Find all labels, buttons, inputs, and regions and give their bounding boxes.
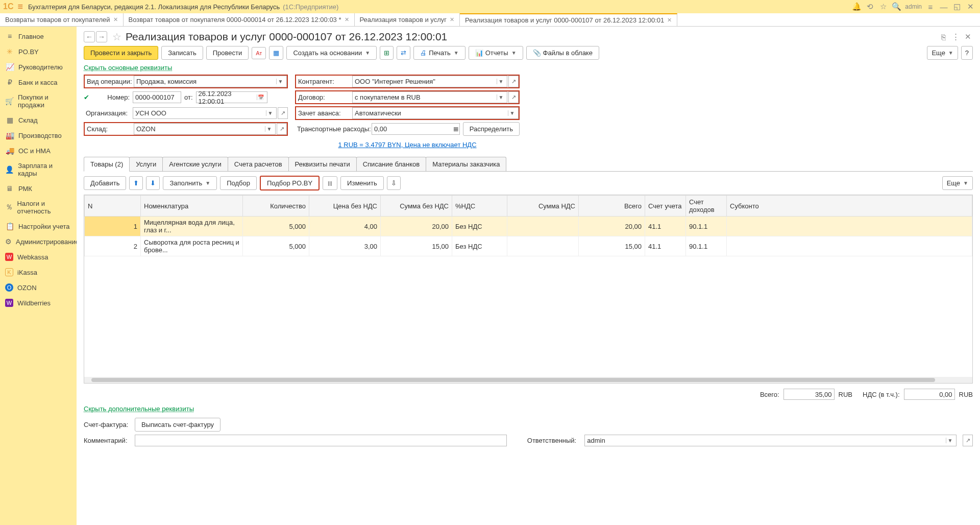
advance-field[interactable]: Автоматически▼ [352,107,519,119]
tab-return-doc[interactable]: Возврат товаров от покупателя 0000-00001… [124,13,355,26]
currency-rate-link[interactable]: 1 RUB = 3.4797 BYN, Цена не включает НДС [295,138,520,152]
sidebar-item-webkassa[interactable]: WWebkassa [0,249,77,265]
export-button[interactable]: ⇩ [387,176,401,190]
upload-button[interactable]: ⇄ [397,46,410,60]
sidebar-item-assets[interactable]: 🚚ОС и НМА [0,143,77,158]
col-qty[interactable]: Количество [243,196,309,217]
open-button[interactable]: ↗ [508,91,519,103]
chevron-down-icon[interactable]: ▼ [946,438,954,443]
open-button[interactable]: ↗ [508,76,519,87]
open-button[interactable]: ↗ [278,107,288,119]
minimize-icon[interactable]: — [938,1,950,12]
cloud-files-button[interactable]: 📎 Файлы в облаке [526,46,599,60]
tab-services[interactable]: Услуги [129,157,163,171]
counterparty-field[interactable]: ООО "Интернет Решения"▼ [352,76,507,87]
sidebar-item-manager[interactable]: 📈Руководителю [0,59,77,75]
distribute-button[interactable]: Распределить [463,122,520,136]
col-vat[interactable]: %НДС [452,196,507,217]
sidebar-item-wildberries[interactable]: WWildberries [0,295,77,311]
maximize-icon[interactable]: ◱ [951,1,963,12]
col-n[interactable]: N [85,196,141,217]
open-button[interactable]: ↗ [277,123,287,135]
hide-main-reqs-link[interactable]: Скрыть основные реквизиты [77,64,980,75]
move-down-button[interactable]: ⬇ [146,176,160,190]
sidebar-item-salary[interactable]: 👤Зарплата и кадры [0,158,77,181]
reports-button[interactable]: 📊 Отчеты▼ [469,46,523,60]
tab-agent-services[interactable]: Агентские услуги [162,157,228,171]
chevron-down-icon[interactable]: ▼ [266,110,274,116]
op-type-field[interactable]: Продажа, комиссия▼ [134,76,287,87]
sidebar-item-rmk[interactable]: 🖥РМК [0,181,77,196]
table-row[interactable]: 2 Сыворотка для роста ресниц и брове... … [85,236,972,256]
structure-button[interactable]: ▦ [269,46,283,60]
number-field[interactable]: 0000-000107 [133,91,181,103]
chevron-down-icon[interactable]: ▼ [497,79,505,84]
responsible-field[interactable]: admin▼ [584,435,957,446]
sidebar-item-settings[interactable]: 📋Настройки учета [0,219,77,234]
col-total[interactable]: Всего [579,196,645,217]
more-button[interactable]: Еще▼ [927,46,958,60]
tab-customer-materials[interactable]: Материалы заказчика [426,157,506,171]
table-more-button[interactable]: Еще▼ [942,176,973,190]
chevron-down-icon[interactable]: ▼ [276,79,284,84]
contract-field[interactable]: с покупателем в RUB▼ [352,91,507,103]
tab-accounts[interactable]: Счета расчетов [228,157,289,171]
hide-extra-reqs-link[interactable]: Скрыть дополнительные реквизиты [84,405,973,415]
calendar-icon[interactable]: 📅 [257,94,264,100]
change-button[interactable]: Изменить [340,176,384,190]
post-button[interactable]: Провести [206,46,249,60]
table-row[interactable]: 1 Мицеллярная вода для лица, глаз и г...… [85,217,972,236]
sidebar-item-main[interactable]: ≡Главное [0,29,77,44]
transport-field[interactable]: 0,00▦ [372,123,460,135]
chevron-down-icon[interactable]: ▼ [265,126,273,132]
chevron-down-icon[interactable]: ▼ [508,110,516,116]
close-icon[interactable]: ✕ [963,32,973,42]
close-icon[interactable]: ✕ [450,16,454,23]
sidebar-item-taxes[interactable]: ％Налоги и отчетность [0,196,77,219]
sidebar-item-trade[interactable]: 🛒Покупки и продажи [0,90,77,112]
col-subconto[interactable]: Субконто [727,196,972,217]
menu-icon[interactable]: ≡ [17,2,23,12]
tab-print-props[interactable]: Реквизиты печати [288,157,357,171]
print-button[interactable]: 🖨 Печать▼ [413,46,465,60]
col-nomenclature[interactable]: Номенклатура [141,196,243,217]
move-up-button[interactable]: ⬆ [129,176,143,190]
comment-field[interactable] [135,435,507,446]
sidebar-item-bank[interactable]: ₽Банк и касса [0,75,77,90]
fill-button[interactable]: Заполнить▼ [163,176,217,190]
write-button[interactable]: Записать [161,46,203,60]
bell-icon[interactable]: 🔔 [850,1,863,12]
tab-goods[interactable]: Товары (2) [84,157,130,172]
close-icon[interactable]: ✕ [113,16,118,23]
star-icon[interactable]: ☆ [877,1,889,12]
search-icon[interactable]: 🔍 [890,1,902,12]
pick-poby-button[interactable]: Подбор PO.BY [260,176,320,190]
close-icon[interactable]: ✕ [667,17,672,23]
back-button[interactable]: ← [84,31,95,42]
open-link-icon[interactable]: ⎘ [938,32,948,42]
forward-button[interactable]: → [96,31,107,42]
sidebar-item-ozon[interactable]: OOZON [0,280,77,295]
sidebar-item-warehouse[interactable]: ▦Склад [0,112,77,128]
tab-returns-list[interactable]: Возвраты товаров от покупателей✕ [0,13,124,26]
history-icon[interactable]: ⟲ [864,1,876,12]
col-sum[interactable]: Сумма без НДС [381,196,452,217]
create-based-button[interactable]: Создать на основании▼ [286,46,377,60]
help-button[interactable]: ? [961,46,973,60]
col-income[interactable]: Счет доходов [686,196,727,217]
pick-button[interactable]: Подбор [220,176,257,190]
sidebar-item-production[interactable]: 🏭Производство [0,128,77,143]
close-window-icon[interactable]: ✕ [964,1,976,12]
date-field[interactable]: 26.12.2023 12:00:01📅 [196,91,267,103]
tab-blanks[interactable]: Списание бланков [356,157,427,171]
tab-sales-doc[interactable]: Реализация товаров и услуг 0000-000107 о… [460,13,677,26]
sidebar-item-poby[interactable]: ✳PO.BY [0,44,77,59]
movements-button[interactable]: Ат [252,47,266,59]
scrollbar[interactable] [84,377,972,383]
warehouse-field[interactable]: OZON▼ [134,123,276,135]
barcode-button[interactable]: ⫼ [323,176,337,190]
col-account[interactable]: Счет учета [645,196,686,217]
create-invoice-button[interactable]: Выписать счет-фактуру [135,418,220,432]
col-vatsum[interactable]: Сумма НДС [507,196,579,217]
calculator-icon[interactable]: ▦ [453,126,458,132]
